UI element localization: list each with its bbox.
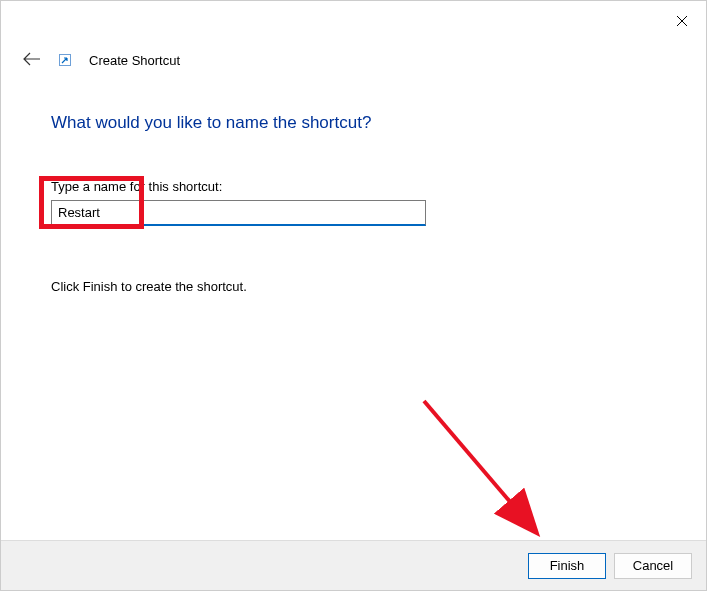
wizard-content: What would you like to name the shortcut…: [51, 113, 656, 294]
input-label: Type a name for this shortcut:: [51, 179, 656, 194]
close-button[interactable]: [670, 9, 694, 33]
shortcut-icon: [59, 54, 71, 66]
wizard-footer: Finish Cancel: [1, 540, 706, 590]
help-text: Click Finish to create the shortcut.: [51, 279, 656, 294]
cancel-button[interactable]: Cancel: [614, 553, 692, 579]
svg-line-4: [424, 401, 535, 531]
finish-button[interactable]: Finish: [528, 553, 606, 579]
back-arrow-icon[interactable]: [23, 51, 41, 69]
annotation-arrow: [1, 1, 707, 591]
page-heading: What would you like to name the shortcut…: [51, 113, 656, 133]
wizard-header: Create Shortcut: [23, 51, 180, 69]
wizard-title: Create Shortcut: [89, 53, 180, 68]
shortcut-name-input[interactable]: [51, 200, 426, 226]
